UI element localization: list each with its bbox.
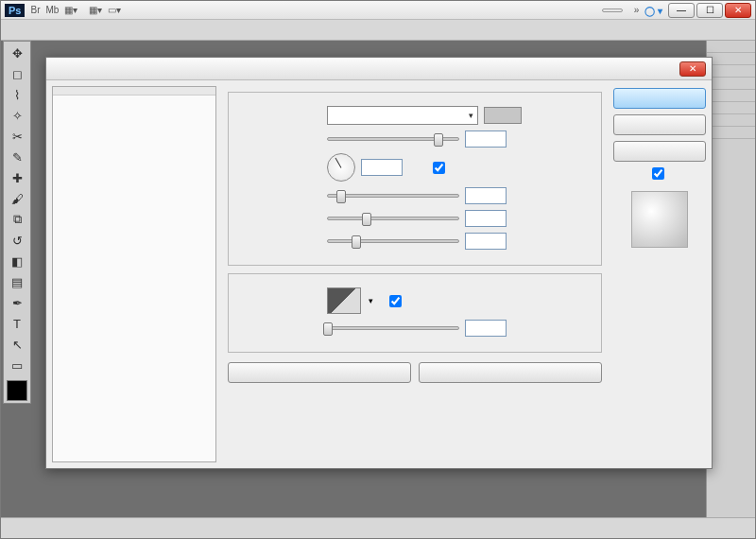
toolbox: ✥ ◻ ⌇ ✧ ✂ ✎ ✚ 🖌 ⧉ ↺ ◧ ▤ ✒ T ↖ ▭ — [3, 41, 31, 404]
view-grid-icon[interactable]: ▦▾ — [89, 5, 102, 15]
panel-tab[interactable] — [707, 53, 755, 65]
choke-slider[interactable] — [327, 217, 459, 220]
opacity-slider[interactable] — [327, 137, 459, 141]
size-slider[interactable] — [327, 239, 459, 243]
panel-tab[interactable] — [707, 114, 755, 127]
minimize-button[interactable]: — — [668, 3, 695, 18]
dialog-close-button[interactable]: ✕ — [679, 61, 706, 77]
shape-tool-icon[interactable]: ▭ — [6, 356, 28, 374]
app-titlebar: Ps Br Mb ▦▾ ▦▾ ▭▾ » ◯ ▾ — ☐ ✕ — [1, 1, 755, 20]
menubar — [1, 20, 755, 41]
preview-swatch — [631, 191, 688, 248]
size-input[interactable] — [465, 233, 507, 250]
statusbar — [1, 517, 755, 538]
panel-tab[interactable] — [707, 90, 755, 102]
angle-input[interactable] — [361, 159, 403, 176]
panel-tab[interactable] — [707, 78, 755, 90]
styles-header[interactable] — [53, 87, 215, 96]
lasso-tool-icon[interactable]: ⌇ — [6, 85, 28, 104]
move-tool-icon[interactable]: ✥ — [6, 43, 28, 62]
marquee-tool-icon[interactable]: ◻ — [6, 64, 28, 83]
noise-slider[interactable] — [327, 326, 459, 330]
workspace-more-icon[interactable]: » — [634, 5, 640, 15]
new-style-button[interactable] — [613, 141, 706, 162]
stamp-tool-icon[interactable]: ⧉ — [6, 210, 28, 229]
cslive-button[interactable]: ◯ ▾ — [644, 5, 662, 16]
cancel-button[interactable] — [613, 114, 706, 135]
pen-tool-icon[interactable]: ✒ — [6, 293, 28, 312]
layer-style-dialog: ✕ — [45, 57, 713, 469]
dialog-titlebar: ✕ — [46, 58, 712, 80]
brush-tool-icon[interactable]: 🖌 — [6, 189, 28, 208]
ps-logo: Ps — [5, 4, 25, 17]
reset-default-button[interactable] — [419, 362, 602, 383]
ok-button[interactable] — [613, 88, 706, 109]
panel-tab[interactable] — [707, 127, 755, 139]
wand-tool-icon[interactable]: ✧ — [6, 106, 28, 125]
styles-list-panel — [52, 86, 216, 462]
history-tool-icon[interactable]: ↺ — [6, 231, 28, 250]
distance-input[interactable] — [465, 187, 507, 204]
structure-group — [228, 92, 602, 266]
br-icon[interactable]: Br — [30, 5, 40, 15]
contour-picker[interactable] — [327, 287, 361, 314]
view-screen-icon[interactable]: ▭▾ — [108, 5, 121, 15]
maximize-button[interactable]: ☐ — [696, 3, 723, 18]
heal-tool-icon[interactable]: ✚ — [6, 168, 28, 187]
workspace-tab-essentials[interactable] — [602, 9, 623, 12]
quality-group — [228, 273, 602, 353]
close-button[interactable]: ✕ — [725, 3, 751, 18]
foreground-color-swatch[interactable] — [7, 380, 27, 401]
eyedropper-tool-icon[interactable]: ✎ — [6, 148, 28, 166]
antialias-checkbox[interactable] — [389, 295, 472, 307]
noise-input[interactable] — [465, 320, 507, 337]
panel-tab[interactable] — [707, 102, 755, 114]
shadow-color-swatch[interactable] — [484, 107, 522, 124]
crop-tool-icon[interactable]: ✂ — [6, 127, 28, 146]
opacity-input[interactable] — [465, 130, 507, 148]
blendmode-select[interactable] — [327, 106, 478, 125]
panel-tab[interactable] — [707, 41, 755, 53]
eraser-tool-icon[interactable]: ◧ — [6, 252, 28, 270]
choke-input[interactable] — [465, 210, 507, 227]
make-default-button[interactable] — [228, 362, 411, 383]
right-panels — [706, 41, 755, 517]
global-light-checkbox[interactable] — [433, 162, 516, 174]
preview-checkbox[interactable] — [613, 167, 706, 180]
angle-dial[interactable] — [327, 153, 355, 182]
distance-slider[interactable] — [327, 194, 459, 198]
type-tool-icon[interactable]: T — [6, 314, 28, 333]
film-icon[interactable]: ▦▾ — [64, 5, 77, 15]
path-tool-icon[interactable]: ↖ — [6, 335, 28, 354]
mb-icon[interactable]: Mb — [45, 5, 59, 15]
gradient-tool-icon[interactable]: ▤ — [6, 272, 28, 291]
panel-tab[interactable] — [707, 65, 755, 78]
